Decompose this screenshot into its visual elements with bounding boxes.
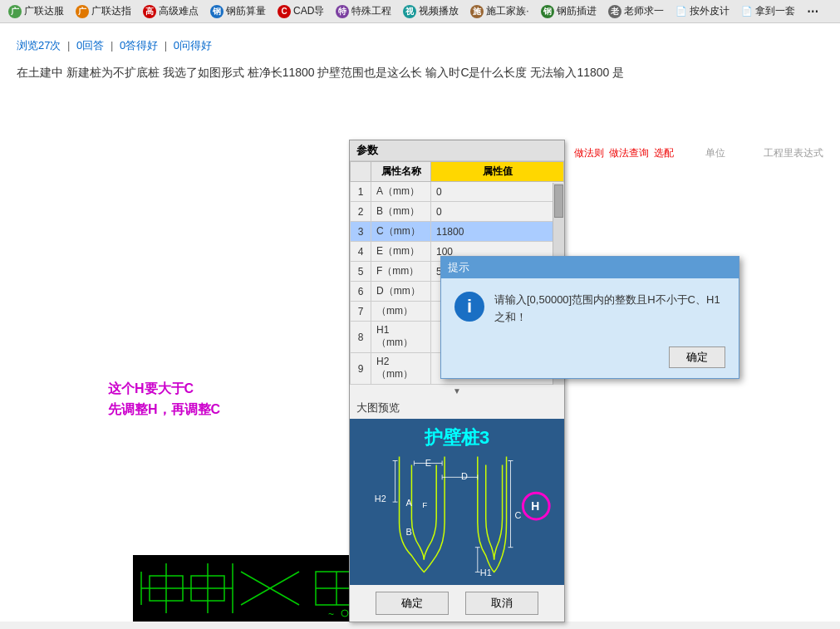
- nav-item-guangliandazhi[interactable]: 广 广联达指: [71, 2, 136, 20]
- nav-item-video[interactable]: 视 视频播放: [398, 2, 464, 20]
- row-attr: A（mm）: [371, 182, 431, 202]
- nav-label-anwai: 按外皮计: [690, 4, 729, 18]
- main-content-area: 浏览27次 | 0回答 | 0答得好 | 0问得好 在土建中 新建桩为不扩底桩 …: [0, 23, 840, 622]
- svg-text:D: D: [461, 471, 468, 481]
- nav-item-anwai[interactable]: 📄 按外皮计: [671, 2, 734, 20]
- preview-label: 大图预览: [350, 397, 564, 419]
- col-val-header: 属性值: [431, 162, 564, 182]
- nav-label-teshu: 特殊工程: [351, 4, 391, 18]
- row-attr: D（mm）: [371, 282, 431, 302]
- row-val[interactable]: [431, 222, 564, 242]
- nav-label-video: 视频播放: [419, 4, 459, 18]
- params-dialog-title: 参数: [350, 140, 564, 161]
- row-attr: F（mm）: [371, 262, 431, 282]
- stats-bar: 浏览27次 | 0回答 | 0答得好 | 0问得好: [17, 38, 823, 53]
- params-scrollbar-thumb[interactable]: [554, 184, 563, 218]
- nav-item-nadao[interactable]: 📄 拿到一套: [736, 2, 800, 20]
- nav-icon-gangjinjin: 钢: [541, 5, 554, 18]
- col-num-header: [351, 162, 371, 182]
- row-attr: H1（mm）: [371, 322, 431, 353]
- row-val[interactable]: [431, 182, 564, 202]
- nav-label-cad: CAD导: [293, 4, 324, 18]
- nav-icon-anwai: 📄: [675, 6, 687, 17]
- tip-ok-row: 确定: [441, 340, 739, 378]
- nav-icon-teshu: 特: [336, 5, 349, 18]
- engineering-label: 工程里表达式: [764, 146, 823, 160]
- svg-text:A: A: [405, 498, 412, 508]
- svg-text:B: B: [405, 527, 411, 537]
- nav-icon-gaoji: 高: [143, 5, 156, 18]
- table-row[interactable]: 1 A（mm）: [351, 182, 564, 202]
- nav-item-gangjinjin[interactable]: 钢 钢筋插进: [536, 2, 602, 20]
- nav-icon-shigong: 施: [470, 5, 484, 18]
- nav-item-more[interactable]: ⋯: [802, 3, 823, 20]
- preview-title: 护壁桩3: [350, 419, 564, 450]
- row-num: 1: [351, 182, 371, 202]
- need-count: 0问得好: [174, 39, 212, 52]
- method-toolbar: 做法则 做法查询 选配: [574, 146, 674, 160]
- svg-text:F: F: [422, 500, 427, 509]
- preview-svg: E D H2 A F: [350, 448, 564, 581]
- svg-text:~: ~: [328, 608, 334, 620]
- row-num: 6: [351, 282, 371, 302]
- nav-label-nadao: 拿到一套: [755, 4, 795, 18]
- row-num: 3: [351, 222, 371, 242]
- nav-icon-video: 视: [403, 5, 416, 18]
- tip-title-bar: 提示: [441, 257, 739, 278]
- scroll-down-arrow[interactable]: ▼: [350, 385, 564, 397]
- good-count: 0答得好: [120, 39, 158, 52]
- row-attr: （mm）: [371, 302, 431, 322]
- nav-item-shigong[interactable]: 施 施工家族·: [465, 2, 533, 20]
- more-icon: ⋯: [807, 5, 818, 18]
- nav-item-gangjin[interactable]: 钢 钢筋算量: [205, 2, 271, 20]
- tip-dialog: 提示 i 请输入[0,50000]范围内的整数且H不小于C、H1之和！ 确定: [440, 256, 739, 379]
- nav-item-laoshi[interactable]: 老 老师求一: [603, 2, 669, 20]
- nav-item-teshu[interactable]: 特 特殊工程: [331, 2, 396, 20]
- params-cancel-button[interactable]: 取消: [465, 592, 538, 615]
- nav-label-gangjinjin: 钢筋插进: [557, 4, 597, 18]
- table-row[interactable]: 3 C（mm）: [351, 222, 564, 242]
- row-attr: H2（mm）: [371, 353, 431, 385]
- nav-icon-gangjin: 钢: [210, 5, 224, 18]
- top-navigation: 广 广联达服 广 广联达指 高 高级难点 钢 钢筋算量 C CAD导 特 特殊工…: [0, 0, 840, 23]
- preview-area: 护壁桩3: [350, 419, 564, 585]
- row-attr: C（mm）: [371, 222, 431, 242]
- annotation-text-adjust: 先调整H，再调整C: [108, 401, 220, 419]
- tip-message: 请输入[0,50000]范围内的整数且H不小于C、H1之和！: [494, 292, 725, 327]
- row-num: 2: [351, 202, 371, 222]
- dialog-buttons: 确定 取消: [350, 585, 564, 622]
- nav-label-shigong: 施工家族·: [486, 4, 528, 18]
- nav-icon-guanglianda: 广: [8, 5, 22, 18]
- svg-text:H1: H1: [480, 568, 492, 577]
- row-val[interactable]: [431, 202, 564, 222]
- row-attr: B（mm）: [371, 202, 431, 222]
- nav-icon-guangliandazhi: 广: [76, 5, 89, 18]
- row-num: 4: [351, 242, 371, 262]
- tip-ok-button[interactable]: 确定: [669, 346, 725, 368]
- svg-text:H2: H2: [375, 494, 386, 504]
- nav-item-cad[interactable]: C CAD导: [273, 2, 329, 20]
- row-num: 9: [351, 353, 371, 385]
- nav-icon-nadao: 📄: [741, 6, 753, 17]
- params-ok-button[interactable]: 确定: [376, 592, 449, 615]
- query-method-btn[interactable]: 做法查询: [609, 146, 649, 160]
- match-btn[interactable]: 选配: [654, 146, 674, 160]
- row-attr: E（mm）: [371, 242, 431, 262]
- action-toolbar: 单位 工程里表达式: [705, 146, 823, 160]
- table-row[interactable]: 2 B（mm）: [351, 202, 564, 222]
- svg-text:C: C: [514, 510, 521, 520]
- do-method-btn[interactable]: 做法则: [574, 146, 604, 160]
- nav-label-gangjin: 钢筋算量: [226, 4, 266, 18]
- params-dialog: 参数 属性名称 属性值 1 A（mm） 2 B（mm） 3: [349, 140, 565, 622]
- col-attr-header: 属性名称: [371, 162, 431, 182]
- tip-body: i 请输入[0,50000]范围内的整数且H不小于C、H1之和！: [441, 278, 739, 340]
- view-count: 浏览27次: [17, 39, 61, 52]
- nav-label-guangliandazhi: 广联达指: [91, 4, 131, 18]
- tip-title: 提示: [448, 260, 469, 275]
- answer-count: 0回答: [76, 39, 104, 52]
- svg-text:H: H: [531, 499, 539, 513]
- row-num: 7: [351, 302, 371, 322]
- nav-item-guanglianda[interactable]: 广 广联达服: [3, 2, 69, 20]
- annotation-text-h-c: 这个H要大于C: [108, 381, 194, 398]
- nav-item-gaoji[interactable]: 高 高级难点: [138, 2, 204, 20]
